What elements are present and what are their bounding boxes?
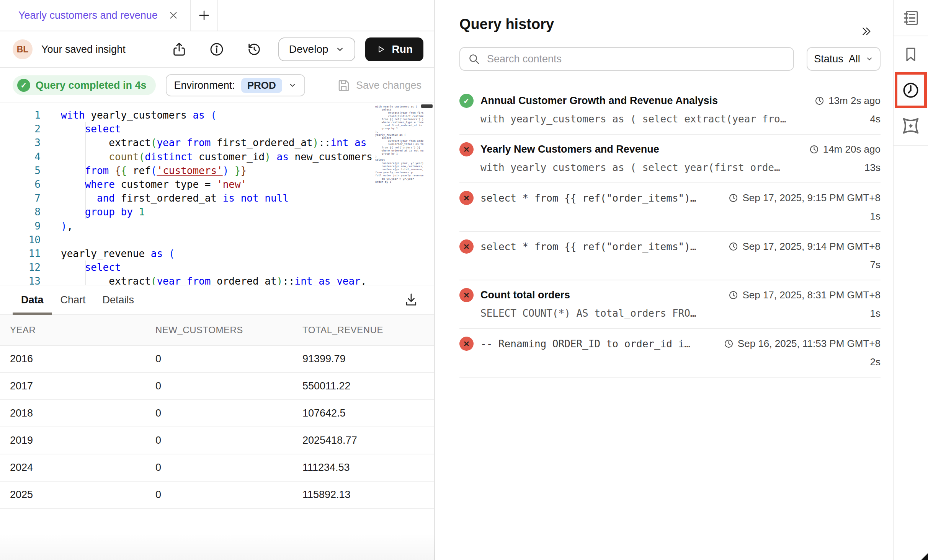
code-content[interactable]: with yearly_customers as ( select extrac… — [61, 108, 373, 285]
table-cell: 2017 — [10, 380, 155, 392]
collapse-panel-button[interactable] — [860, 25, 873, 38]
code-line: ), — [61, 219, 373, 233]
result-tab-list: DataChartDetails — [13, 285, 142, 315]
editor-panel: Yearly customers and revenue BL Your sav… — [0, 0, 435, 560]
save-changes-button[interactable]: Save changes — [337, 78, 422, 92]
insight-toolbar: BL Your saved insight Develop Run — [0, 31, 434, 68]
table-row[interactable]: 20180107642.5 — [0, 400, 434, 427]
search-icon — [468, 53, 480, 65]
chevron-down-icon — [335, 45, 345, 54]
table-cell: 0 — [155, 353, 302, 365]
table-cell: 2025 — [10, 489, 155, 501]
x-circle-icon: ✕ — [459, 191, 474, 205]
table-cell: 0 — [155, 380, 302, 392]
clock-icon — [728, 241, 738, 252]
chevron-down-icon — [866, 55, 873, 63]
search-box[interactable] — [459, 47, 794, 71]
close-icon[interactable] — [168, 10, 179, 21]
result-tab-details[interactable]: Details — [94, 285, 143, 315]
history-item[interactable]: ✕-- Renaming ORDER_ID to order_id i…Sep … — [459, 329, 881, 378]
info-icon — [209, 42, 224, 57]
history-item-detail: 2s — [480, 355, 881, 368]
column-header: TOTAL_REVENUE — [302, 325, 434, 335]
code-line: with yearly_customers as ( — [61, 108, 373, 122]
table-cell: 2016 — [10, 353, 155, 365]
search-input[interactable] — [487, 53, 786, 65]
overview-ruler-marker — [421, 104, 433, 108]
history-item[interactable]: ✕select * from {{ ref("order_items")…Sep… — [459, 183, 881, 232]
history-item-query-preview: with yearly_customers as ( select year(f… — [480, 162, 857, 173]
line-number: 6 — [0, 177, 57, 191]
explore-button[interactable] — [901, 116, 921, 136]
code-line: select — [61, 260, 373, 274]
line-number-gutter: 12345678910111213 — [0, 108, 57, 285]
owner-label: Your saved insight — [41, 44, 126, 55]
table-cell: 2019 — [10, 435, 155, 446]
share-icon — [172, 42, 187, 57]
bookmarks-button[interactable] — [902, 46, 919, 63]
environment-value-badge: PROD — [241, 78, 282, 93]
code-line: extract(year from ordered_at)::int as ye… — [61, 274, 373, 285]
x-circle-icon: ✕ — [459, 142, 474, 156]
history-item[interactable]: ✕select * from {{ ref("order_items")…Sep… — [459, 232, 881, 280]
history-item[interactable]: ✕Count total ordersSep 17, 2025, 8:31 PM… — [459, 280, 881, 329]
history-item-duration: 1s — [870, 308, 881, 319]
save-changes-label: Save changes — [356, 80, 422, 91]
history-item-detail: 1s — [480, 210, 881, 223]
code-line: extract(year from first_ordered_at)::int… — [61, 136, 373, 150]
history-item-duration: 13s — [864, 162, 881, 174]
table-row[interactable]: 20170550011.22 — [0, 373, 434, 400]
clock-icon — [728, 193, 738, 203]
line-number: 2 — [0, 122, 57, 136]
history-item-detail: with yearly_customers as ( select extrac… — [480, 112, 881, 125]
annotation-highlight-box — [895, 72, 927, 108]
editor-minimap[interactable]: with yearly_customers as ( select extrac… — [375, 105, 423, 208]
table-row[interactable]: 2016091399.79 — [0, 346, 434, 373]
code-line: yearly_revenue as ( — [61, 247, 373, 260]
app-window: Yearly customers and revenue BL Your sav… — [0, 0, 928, 560]
table-row[interactable]: 201902025418.77 — [0, 427, 434, 454]
version-history-button[interactable] — [245, 41, 263, 58]
clock-icon — [728, 290, 738, 300]
table-row[interactable]: 20250115892.13 — [0, 482, 434, 509]
info-button[interactable] — [208, 41, 225, 58]
history-item[interactable]: ✕Yearly New Customers and Revenue14m 20s… — [459, 135, 881, 183]
environment-select[interactable]: Environment: PROD — [166, 74, 305, 96]
new-tab-button[interactable] — [191, 0, 218, 31]
download-button[interactable] — [403, 291, 420, 308]
result-tab-data[interactable]: Data — [13, 285, 52, 315]
status-filter-dropdown[interactable]: Status All — [807, 47, 881, 71]
chevron-down-icon — [288, 81, 297, 90]
sql-editor[interactable]: 12345678910111213 with yearly_customers … — [0, 103, 434, 285]
plus-icon — [198, 9, 211, 22]
status-filter-label: Status — [814, 53, 843, 65]
history-item-query-preview: SELECT COUNT(*) AS total_orders FRO… — [480, 308, 863, 319]
page-title: Query history — [459, 16, 884, 33]
double-chevron-right-icon — [861, 26, 872, 37]
tab-title: Yearly customers and revenue — [18, 10, 158, 21]
table-cell: 0 — [155, 435, 302, 446]
tab-yearly-customers[interactable]: Yearly customers and revenue — [0, 0, 191, 31]
table-cell: 0 — [155, 489, 302, 501]
line-number: 13 — [0, 274, 57, 285]
line-number: 8 — [0, 205, 57, 219]
history-item-time: Sep 17, 2025, 9:14 PM GMT+8 — [728, 241, 881, 252]
table-row[interactable]: 20240111234.53 — [0, 454, 434, 482]
line-number: 1 — [0, 108, 57, 122]
table-header: YEARNEW_CUSTOMERSTOTAL_REVENUE — [0, 315, 434, 346]
line-number: 12 — [0, 260, 57, 274]
run-button[interactable]: Run — [365, 37, 423, 61]
line-number: 3 — [0, 136, 57, 150]
window-resize-corner — [921, 553, 928, 560]
result-tab-chart[interactable]: Chart — [52, 285, 94, 315]
query-logs-button[interactable] — [902, 9, 920, 27]
clock-icon — [901, 81, 920, 100]
history-item-detail: SELECT COUNT(*) AS total_orders FRO…1s — [480, 307, 881, 320]
develop-button[interactable]: Develop — [278, 37, 355, 61]
query-history-button[interactable] — [901, 81, 920, 100]
history-item[interactable]: ✓Annual Customer Growth and Revenue Anal… — [459, 86, 881, 135]
code-line: and first_ordered_at is not null — [61, 191, 373, 205]
table-cell: 2024 — [10, 462, 155, 474]
query-history-panel: Query history Status All ✓Annual Custome… — [435, 0, 893, 560]
share-button[interactable] — [170, 41, 188, 58]
